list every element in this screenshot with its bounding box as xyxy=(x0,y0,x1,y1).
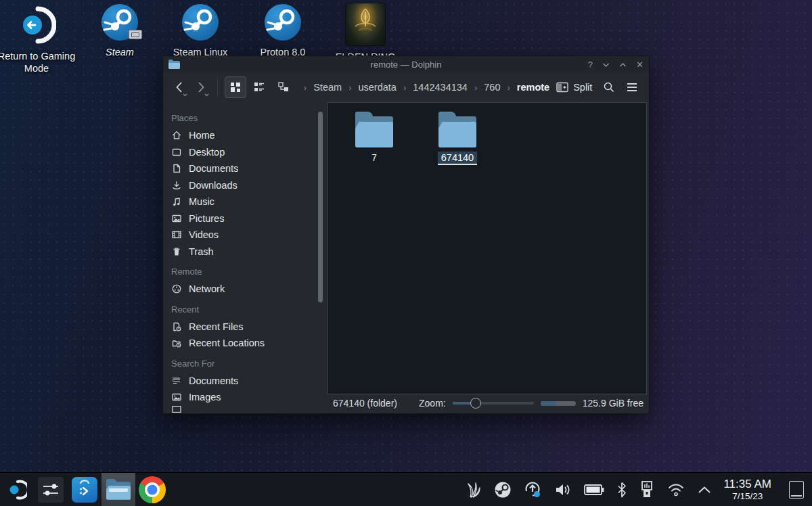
video-icon xyxy=(171,229,182,240)
chrome-icon xyxy=(139,476,166,503)
dolphin-window: remote — Dolphin ? ✕ xyxy=(162,55,650,414)
sidebar-item-network[interactable]: Network xyxy=(170,281,328,298)
document-icon xyxy=(171,163,182,174)
split-button[interactable]: Split xyxy=(552,79,596,95)
minimize-button[interactable] xyxy=(602,60,610,69)
steam-tray-icon[interactable] xyxy=(494,481,512,499)
back-button[interactable] xyxy=(170,77,189,97)
breadcrumb-current[interactable]: remote xyxy=(517,82,549,93)
split-label: Split xyxy=(573,82,592,93)
sidebar-item-downloads[interactable]: Downloads xyxy=(170,177,328,194)
volume-icon[interactable] xyxy=(554,482,572,498)
breadcrumb-separator: › xyxy=(474,83,477,93)
desktop-icon-proton[interactable]: Proton 8.0 xyxy=(244,4,322,58)
desktop-icon-label: Steam xyxy=(81,46,159,58)
close-button[interactable]: ✕ xyxy=(636,60,644,69)
wifi-icon[interactable] xyxy=(667,482,685,498)
steamdeck-logo-icon xyxy=(7,480,27,500)
desktop-icon-elden-ring[interactable]: ELDEN RING xyxy=(326,3,405,63)
desktop-icon-steam[interactable]: Steam xyxy=(81,4,159,58)
clock-widget[interactable]: 11:35 AM 7/15/23 xyxy=(723,478,771,501)
desktop: Return to Gaming Mode Steam Steam Linux xyxy=(0,0,812,506)
hamburger-icon xyxy=(626,83,638,92)
zoom-slider-handle[interactable] xyxy=(470,398,481,409)
search-button[interactable] xyxy=(599,76,619,98)
peek-at-desktop-button[interactable] xyxy=(789,481,804,499)
menu-button[interactable] xyxy=(622,76,642,98)
file-view[interactable]: 7 674140 xyxy=(328,102,647,394)
toolbar: › Steam › userdata › 1442434134 › 760 › … xyxy=(163,72,649,102)
clock-date: 7/15/23 xyxy=(723,491,771,502)
sidebar-item-recent-locations[interactable]: Recent Locations xyxy=(170,335,328,352)
battery-icon[interactable] xyxy=(584,484,604,496)
desktop-icon-return-gaming[interactable]: Return to Gaming Mode xyxy=(0,5,76,74)
home-icon xyxy=(171,130,182,141)
breadcrumb-item-760[interactable]: 760 xyxy=(484,82,500,93)
breadcrumb: › Steam › userdata › 1442434134 › 760 › … xyxy=(304,82,549,93)
desktop-icon xyxy=(171,147,182,158)
file-item-674140[interactable]: 674140 xyxy=(422,115,493,165)
status-selection-text: 674140 (folder) xyxy=(333,398,397,409)
image-icon xyxy=(171,392,182,402)
task-discover[interactable] xyxy=(68,473,102,506)
sidebar-scrollbar[interactable] xyxy=(318,112,323,302)
breadcrumb-item-userid[interactable]: 1442434134 xyxy=(413,82,468,93)
updates-available-icon[interactable] xyxy=(524,480,542,499)
places-panel: Places Home Desktop Documents xyxy=(163,102,328,413)
download-icon xyxy=(171,180,182,191)
elden-ring-icon xyxy=(346,3,385,45)
steam-shortcut-badge xyxy=(129,30,142,39)
file-item-7[interactable]: 7 xyxy=(339,115,409,164)
network-icon xyxy=(171,283,182,294)
breadcrumb-item-steam[interactable]: Steam xyxy=(313,82,342,93)
application-launcher-button[interactable] xyxy=(0,473,34,506)
removable-device-icon[interactable] xyxy=(639,480,654,499)
sidebar-item-music[interactable]: Music xyxy=(170,193,328,210)
toolbar-separator xyxy=(217,78,218,96)
forward-button[interactable] xyxy=(191,77,210,97)
sidebar-item-trash[interactable]: Trash xyxy=(170,244,328,260)
sidebar-item-pictures[interactable]: Pictures xyxy=(170,210,328,227)
warehouse-plant-icon[interactable] xyxy=(466,481,482,499)
task-system-settings[interactable] xyxy=(34,473,68,506)
status-bar: 674140 (folder) Zoom: 125.9 GiB free xyxy=(328,394,648,413)
return-gaming-icon xyxy=(17,5,56,45)
taskbar: 11:35 AM 7/15/23 xyxy=(0,472,812,506)
folder-icon xyxy=(355,115,393,147)
section-title-remote: Remote xyxy=(171,267,328,277)
section-title-search-for: Search For xyxy=(171,359,328,369)
window-folder-icon xyxy=(168,60,180,69)
steam-linux-icon xyxy=(182,4,219,41)
task-chrome[interactable] xyxy=(135,473,169,506)
sidebar-item-home[interactable]: Home xyxy=(170,127,328,144)
tree-view-button[interactable] xyxy=(273,76,294,98)
sidebar-item-desktop[interactable]: Desktop xyxy=(170,144,328,161)
dolphin-folder-icon xyxy=(106,480,131,500)
maximize-button[interactable] xyxy=(619,60,627,69)
system-tray: 11:35 AM 7/15/23 xyxy=(466,478,812,501)
music-icon xyxy=(171,196,182,207)
sidebar-item-documents[interactable]: Documents xyxy=(170,160,328,177)
file-name-selected: 674140 xyxy=(438,152,477,165)
sidebar-item-videos[interactable]: Videos xyxy=(170,227,328,244)
bluetooth-icon[interactable] xyxy=(616,482,627,498)
breadcrumb-separator: › xyxy=(304,83,307,93)
help-button[interactable]: ? xyxy=(588,60,593,69)
details-view-button[interactable] xyxy=(249,76,271,98)
breadcrumb-separator: › xyxy=(403,83,406,93)
icons-view-button[interactable] xyxy=(225,76,246,98)
zoom-slider[interactable] xyxy=(453,398,534,409)
split-icon xyxy=(556,82,568,93)
desktop-icon-steam-linux[interactable]: Steam Linux xyxy=(161,4,240,58)
free-space-text: 125.9 GiB free xyxy=(583,398,644,409)
breadcrumb-item-userdata[interactable]: userdata xyxy=(358,82,396,93)
sidebar-item-search-documents[interactable]: Documents xyxy=(170,373,328,390)
window-title: remote — Dolphin xyxy=(163,60,649,70)
task-dolphin-active[interactable] xyxy=(102,473,135,506)
tray-expand-chevron-icon[interactable] xyxy=(698,486,711,494)
titlebar[interactable]: remote — Dolphin ? ✕ xyxy=(163,56,649,72)
text-lines-icon xyxy=(171,375,182,386)
sidebar-item-recent-files[interactable]: Recent Files xyxy=(170,319,328,336)
sidebar-item-partial[interactable] xyxy=(170,406,328,413)
sidebar-item-search-images[interactable]: Images xyxy=(170,389,328,406)
